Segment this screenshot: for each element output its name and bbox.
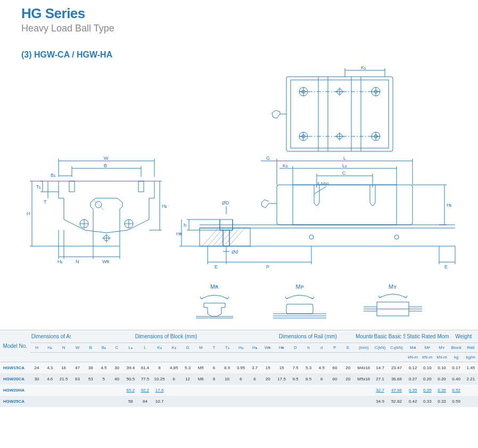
model-cell: HGW20CA: [0, 373, 30, 385]
svg-line-113: [224, 228, 240, 246]
svg-line-114: [229, 228, 245, 246]
svg-text:L₁: L₁: [342, 163, 347, 168]
svg-rect-149: [286, 304, 313, 314]
svg-rect-44: [69, 181, 75, 192]
svg-text:C: C: [342, 170, 346, 176]
svg-text:4-MxL: 4-MxL: [317, 181, 330, 186]
svg-line-112: [218, 228, 234, 246]
svg-line-110: [208, 228, 224, 246]
svg-text:N: N: [76, 259, 79, 264]
svg-text:Wʀ: Wʀ: [102, 259, 110, 264]
svg-text:T₁: T₁: [36, 184, 42, 190]
moment-diagrams: Mʀ Mᴘ Mʏ: [21, 278, 457, 330]
svg-text:K₂: K₂: [283, 163, 288, 168]
svg-text:Ød: Ød: [232, 249, 238, 255]
svg-line-50: [93, 199, 104, 210]
svg-rect-116: [223, 230, 229, 246]
svg-rect-45: [138, 181, 144, 192]
series-subtitle: Heavy Load Ball Type: [21, 23, 457, 34]
svg-rect-100: [293, 185, 397, 225]
model-cell: HGW25CA: [0, 396, 30, 407]
series-title: HG Series: [21, 5, 457, 22]
svg-text:H₁: H₁: [57, 259, 63, 264]
svg-text:ØD: ØD: [222, 200, 229, 206]
svg-text:E: E: [444, 264, 448, 270]
spec-table: Model No. Dimensions of Assembly (mm) Di…: [0, 330, 478, 407]
diagram-top-view: K₁: [21, 65, 457, 156]
svg-text:G: G: [266, 156, 270, 161]
svg-text:B₁: B₁: [51, 173, 56, 178]
svg-text:h: h: [184, 223, 186, 228]
svg-text:T: T: [44, 199, 47, 205]
svg-text:W: W: [104, 156, 109, 161]
svg-text:P: P: [266, 264, 269, 270]
svg-point-141: [309, 235, 314, 239]
diagram-section-side: W B B₁ T₁ T H H₂ H₁ N Wʀ: [21, 156, 457, 278]
svg-text:H: H: [27, 211, 30, 216]
svg-text:E: E: [215, 264, 218, 270]
svg-rect-99: [277, 185, 413, 225]
svg-line-97: [314, 186, 326, 194]
svg-text:B: B: [104, 163, 107, 168]
svg-line-111: [213, 228, 229, 246]
svg-text:L: L: [343, 156, 346, 161]
svg-text:H₂: H₂: [447, 202, 452, 208]
svg-text:K₁: K₁: [361, 65, 366, 70]
svg-line-109: [202, 228, 218, 246]
svg-text:H₂: H₂: [162, 203, 168, 209]
model-cell: HGW15CA: [0, 362, 30, 374]
svg-point-142: [394, 235, 399, 239]
svg-text:Hʀ: Hʀ: [176, 231, 183, 237]
section-label: (3) HGW-CA / HGW-HA: [21, 50, 478, 60]
model-cell: HGW20HA: [0, 385, 30, 396]
